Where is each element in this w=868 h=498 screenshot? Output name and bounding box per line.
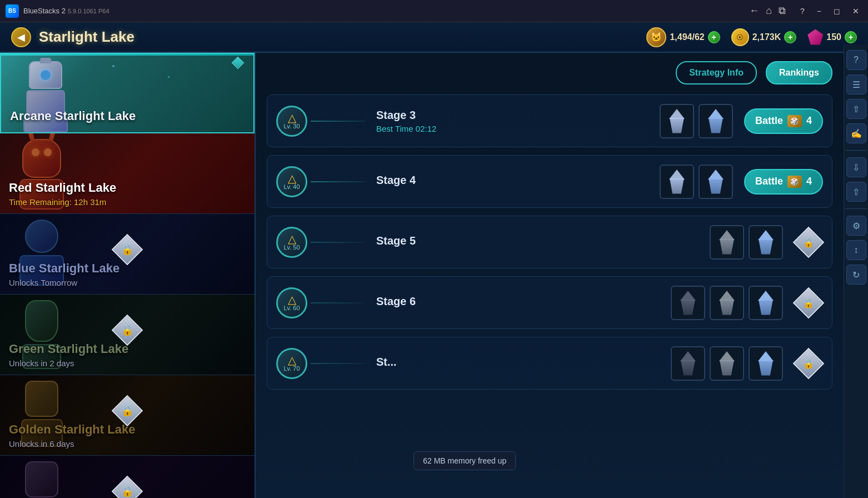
stage5-level-container: △ Lv. 50 [276, 227, 365, 258]
stage7-reward-1 [671, 346, 705, 381]
lake-item-green[interactable]: 🔒 Green Starlight Lake Unlocks in 2 days [0, 295, 255, 375]
stage6-lock-button: 🔒 [794, 288, 823, 317]
close-button[interactable]: ✕ [849, 6, 862, 17]
blue-lake-content: Blue Starlight Lake Unlocks Tomorrow [0, 214, 255, 294]
crystal-blue-icon-5 [755, 351, 776, 376]
stage6-reward-1 [671, 286, 705, 320]
stage3-reward-1 [660, 104, 694, 138]
home-nav-button[interactable]: ⌂ [766, 5, 772, 17]
crystal-dark-icon-2 [677, 351, 699, 376]
avatar-add-button[interactable]: + [708, 31, 720, 43]
stage6-progress-line [311, 302, 365, 303]
red-lake-status: Time Remaining: 12h 31m [9, 197, 246, 207]
stage7-reward-3 [749, 346, 783, 381]
stage3-reward-2 [699, 104, 733, 138]
stage5-plus-icon: △ [288, 233, 296, 245]
lake-item-arcane[interactable]: Arcane Starlight Lake [0, 53, 255, 133]
right-sidebar: ? ☰ ⇧ ✍ ⇩ ⇧ ⚙ ↕ ↻ [844, 44, 868, 498]
sidebar-share-button[interactable]: ⇧ [846, 99, 866, 119]
stage6-reward-3 [749, 286, 783, 320]
sidebar-question-button[interactable]: ? [846, 50, 866, 70]
back-button[interactable]: ◀ [11, 27, 31, 47]
stage5-reward-1 [710, 225, 744, 260]
battle-label-2: Battle [755, 176, 783, 187]
stage3-best-time: Best Time 02:12 [376, 124, 660, 133]
stage6-info: Stage 6 [376, 295, 671, 310]
sidebar-rotate-button[interactable]: ↻ [846, 265, 866, 285]
minimize-button[interactable]: − [814, 6, 825, 17]
sidebar-download-button[interactable]: ⇩ [846, 157, 866, 177]
stage3-rewards [660, 104, 733, 138]
stage3-battle-button[interactable]: Battle 🎲 4 [744, 108, 823, 134]
lake-item-golden[interactable]: 🔒 Golden Starlight Lake Unlocks in 6 day… [0, 375, 255, 456]
help-button[interactable]: ? [797, 6, 808, 17]
black-lake-content: Black Starlight Lake Unlocks in 6 days [0, 456, 255, 498]
stage6-circle: △ Lv. 60 [276, 287, 307, 318]
stage6-name: Stage 6 [376, 295, 671, 308]
gem-icon [807, 29, 823, 45]
stage6-reward-2 [710, 286, 744, 320]
stage4-info: Stage 4 [376, 174, 660, 189]
crystal-blue-icon-2 [705, 170, 726, 194]
crystal-blue-icon-3 [755, 230, 776, 255]
restore-button[interactable]: ◻ [830, 6, 844, 17]
stage7-circle: △ Lv. 70 [276, 348, 307, 379]
crystal-white-icon-2 [666, 170, 687, 194]
page-title: Starlight Lake [39, 28, 646, 46]
copy-nav-button[interactable]: ⧉ [779, 5, 786, 17]
arcane-lake-info: Arcane Starlight Lake [10, 109, 245, 126]
sidebar-resize-button[interactable]: ↕ [846, 240, 866, 260]
top-header: ◀ Starlight Lake 🐱 1,494/62 + ☉ 2,173K +… [0, 22, 868, 53]
sidebar-upload-button[interactable]: ⇧ [846, 182, 866, 202]
sidebar-divider-2 [845, 208, 867, 209]
stage7-reward-2 [710, 346, 744, 381]
stage4-name: Stage 4 [376, 174, 660, 187]
lake-item-blue[interactable]: 🔒 Blue Starlight Lake Unlocks Tomorrow [0, 214, 255, 295]
tooltip-text: 62 MB memory freed up [423, 456, 506, 465]
stage5-name: Stage 5 [376, 235, 710, 247]
sidebar-settings-button[interactable]: ⚙ [846, 216, 866, 236]
crystal-dark-icon [677, 291, 699, 315]
lake-list: Arcane Starlight Lake [0, 53, 256, 498]
stage7-lock-icon: 🔒 [803, 358, 814, 368]
battle-label: Battle [755, 115, 783, 127]
stage4-battle-button[interactable]: Battle 🎲 4 [744, 169, 823, 195]
stage6-rewards [671, 286, 783, 320]
memory-tooltip: 62 MB memory freed up [413, 451, 516, 470]
stage5-reward-2 [749, 225, 783, 260]
sidebar-chat-button[interactable]: ✍ [846, 123, 866, 143]
red-lake-info: Red Starlight Lake Time Remaining: 12h 3… [9, 181, 246, 207]
sidebar-list-button[interactable]: ☰ [846, 74, 866, 94]
crystal-gray-icon-2 [716, 291, 737, 315]
arcane-lake-name: Arcane Starlight Lake [10, 109, 245, 123]
green-lake-content: Green Starlight Lake Unlocks in 2 days [0, 295, 255, 375]
stage4-circle: △ Lv. 40 [276, 166, 307, 197]
back-nav-button[interactable]: ← [749, 5, 759, 17]
stage4-reward-2 [699, 165, 733, 199]
stage7-rewards [671, 346, 783, 381]
crystal-blue-icon-4 [755, 291, 776, 315]
arcane-top-border [1, 54, 253, 56]
lake-item-black[interactable]: 🔒 Black Starlight Lake Unlocks in 6 days [0, 456, 255, 498]
gem-add-button[interactable]: + [845, 31, 857, 43]
rankings-button[interactable]: Rankings [766, 61, 832, 84]
top-buttons: Strategy Info Rankings [267, 61, 832, 84]
blue-lake-name: Blue Starlight Lake [9, 261, 246, 276]
titlebar: BS BlueStacks 2 5.9.0.1061 P64 ← ⌂ ⧉ ? −… [0, 0, 868, 22]
golden-lake-content: Golden Starlight Lake Unlocks in 6 days [0, 375, 255, 455]
stage3-name: Stage 3 [376, 109, 660, 122]
stage3-plus-icon: △ [288, 112, 296, 123]
app-version: 5.9.0.1061 P64 [68, 8, 749, 14]
coin-add-button[interactable]: + [784, 31, 796, 43]
window-controls: ? − ◻ ✕ [797, 6, 862, 17]
stage7-lock-button: 🔒 [794, 349, 823, 378]
game-area: ◀ Starlight Lake 🐱 1,494/62 + ☉ 2,173K +… [0, 22, 868, 498]
stage5-lock-button: 🔒 [794, 228, 823, 257]
strategy-info-button[interactable]: Strategy Info [676, 61, 757, 84]
stage7-info: St... [376, 356, 671, 371]
stage5-info: Stage 5 [376, 235, 710, 250]
stage7-lock-diamond: 🔒 [793, 347, 825, 379]
stage3-progress-line [311, 121, 365, 122]
lake-item-red[interactable]: Red Starlight Lake Time Remaining: 12h 3… [0, 133, 255, 214]
stage7-level-container: △ Lv. 70 [276, 348, 365, 379]
